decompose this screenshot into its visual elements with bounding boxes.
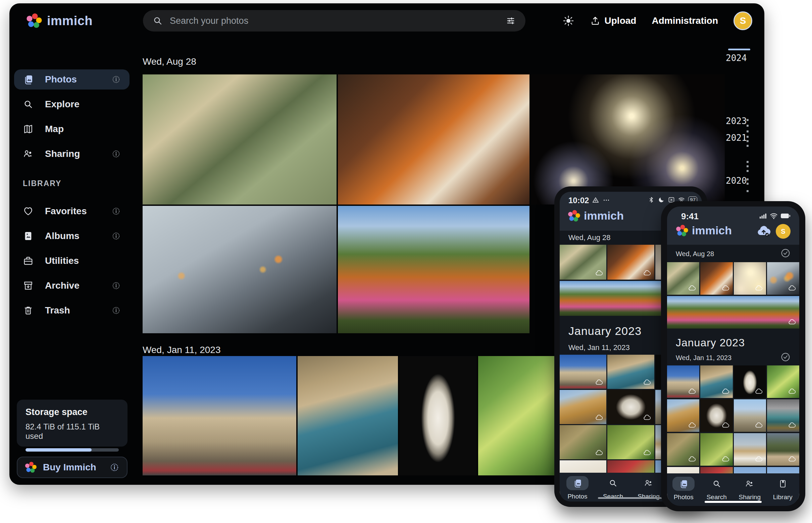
photo-dinner[interactable]	[700, 262, 732, 295]
select-all-check-icon[interactable]	[780, 248, 791, 259]
photo-snow-church[interactable]	[734, 433, 766, 466]
ios-phone: 9:41 immich S Wed, Aug 28 January 2023 W…	[661, 201, 805, 511]
info-icon[interactable]	[111, 281, 121, 290]
search-bar[interactable]: Search your photos	[143, 10, 525, 32]
search-icon	[608, 479, 618, 488]
photo-lizard-rocks[interactable]	[560, 425, 606, 459]
sharing-people-icon	[644, 479, 653, 488]
photo-coast[interactable]	[700, 365, 732, 398]
search-input[interactable]: Search your photos	[170, 16, 499, 26]
theme-toggle-icon[interactable]	[563, 15, 574, 27]
photo-sculpture[interactable]	[607, 390, 654, 424]
info-icon[interactable]	[111, 306, 121, 315]
nav-photos[interactable]: Photos	[667, 477, 700, 501]
home-indicator[interactable]	[598, 497, 664, 499]
screenshot-stage: immich Search your photos Upload Adminis…	[0, 0, 812, 523]
timeline-year-2024[interactable]: 2024	[726, 53, 753, 63]
photo-lizard-moss[interactable]	[700, 433, 732, 466]
photos-icon	[679, 479, 688, 488]
battery-icon	[780, 213, 791, 219]
sidebar-label-sharing: Sharing	[45, 148, 100, 159]
nav-search[interactable]: Search	[700, 477, 733, 501]
sidebar-item-photos[interactable]: Photos	[14, 69, 129, 90]
sidebar-item-utilities[interactable]: Utilities	[14, 251, 129, 271]
photo-row	[143, 206, 530, 333]
photos-icon	[573, 479, 582, 488]
photo-zoo[interactable]	[560, 245, 606, 279]
select-all-check-icon[interactable]	[780, 351, 791, 363]
photo-beach[interactable]	[667, 399, 699, 432]
nav-search[interactable]: Search	[595, 476, 631, 500]
upload-button[interactable]: Upload	[590, 15, 637, 26]
photo-zoo[interactable]	[667, 262, 699, 295]
sidebar-item-map[interactable]: Map	[14, 119, 129, 139]
timeline-dot	[746, 190, 748, 192]
user-avatar[interactable]: S	[733, 12, 752, 30]
photo-ornament[interactable]	[767, 399, 799, 432]
photo-coast[interactable]	[298, 356, 398, 475]
photo-fortress[interactable]	[560, 355, 606, 389]
photo-fortress[interactable]	[143, 356, 296, 475]
immich-logo-icon	[676, 224, 689, 237]
ios-status-time: 9:41	[681, 211, 698, 222]
photo-grapes[interactable]	[767, 365, 799, 398]
nav-label: Library	[773, 493, 793, 501]
timeline-year-2023[interactable]: 2023	[726, 116, 753, 126]
photo-fortress[interactable]	[667, 365, 699, 398]
photo-fireworks[interactable]	[531, 74, 725, 204]
photo-beach[interactable]	[560, 390, 606, 424]
sidebar-item-favorites[interactable]: Favorites	[14, 201, 129, 221]
nav-sharing[interactable]: Sharing	[733, 477, 766, 501]
sidebar-label-archive: Archive	[45, 280, 100, 291]
storage-progress-fill	[25, 448, 92, 452]
library-icon	[778, 479, 788, 488]
photo-sculpture[interactable]	[700, 399, 732, 432]
ios-user-avatar[interactable]: S	[776, 224, 791, 239]
photo-grapes[interactable]	[478, 356, 557, 475]
photo-hands[interactable]	[143, 206, 336, 333]
ios-photo-grid	[667, 433, 799, 466]
photo-alpine[interactable]	[767, 433, 799, 466]
ios-month-header: January 2023	[676, 337, 745, 349]
timeline-dot	[746, 165, 748, 167]
info-icon[interactable]	[111, 206, 121, 216]
info-icon[interactable]	[111, 149, 121, 159]
search-filter-icon[interactable]	[505, 15, 516, 26]
sidebar-item-explore[interactable]: Explore	[14, 94, 129, 114]
photo-coast[interactable]	[607, 355, 654, 389]
buy-immich-button[interactable]: Buy Immich	[17, 457, 127, 478]
sidebar-label-favorites: Favorites	[45, 206, 100, 217]
info-icon[interactable]	[111, 231, 121, 241]
timeline-year-2020[interactable]: 2020	[726, 176, 753, 186]
sidebar-item-trash[interactable]: Trash	[14, 301, 129, 321]
app-brand[interactable]: immich	[26, 13, 92, 29]
photo-park[interactable]	[338, 206, 530, 333]
cloud-sync-icon[interactable]	[756, 224, 771, 239]
date-header-aug28: Wed, Aug 28	[143, 56, 196, 67]
info-icon[interactable]	[109, 462, 119, 472]
photo-wall[interactable]	[734, 399, 766, 432]
photo-dinner[interactable]	[607, 245, 654, 279]
photo-dinner[interactable]	[338, 74, 530, 204]
heart-icon	[23, 206, 34, 217]
photo-lizard-rocks[interactable]	[667, 433, 699, 466]
photo-bust[interactable]	[734, 365, 766, 398]
ios-brand: immich	[676, 224, 732, 237]
sidebar-item-archive[interactable]: Archive	[14, 275, 129, 296]
search-icon	[712, 479, 721, 488]
nav-photos[interactable]: Photos	[560, 476, 595, 500]
photo-hands[interactable]	[767, 262, 799, 295]
photo-bust[interactable]	[399, 356, 477, 475]
home-indicator[interactable]	[705, 501, 762, 503]
photo-park[interactable]	[667, 296, 799, 328]
info-icon[interactable]	[111, 75, 121, 84]
administration-link[interactable]: Administration	[652, 15, 718, 26]
nav-library[interactable]: Library	[766, 477, 799, 501]
photo-lizard-moss[interactable]	[607, 425, 654, 459]
photo-zoo[interactable]	[143, 74, 336, 204]
timeline-year-2021[interactable]: 2021	[726, 133, 753, 143]
photo-fireworks[interactable]	[734, 262, 766, 295]
sidebar-item-albums[interactable]: Albums	[14, 226, 129, 246]
sidebar-item-sharing[interactable]: Sharing	[14, 144, 129, 164]
storage-usage: 82.4 TiB of 115.1 TiB used	[25, 422, 119, 441]
